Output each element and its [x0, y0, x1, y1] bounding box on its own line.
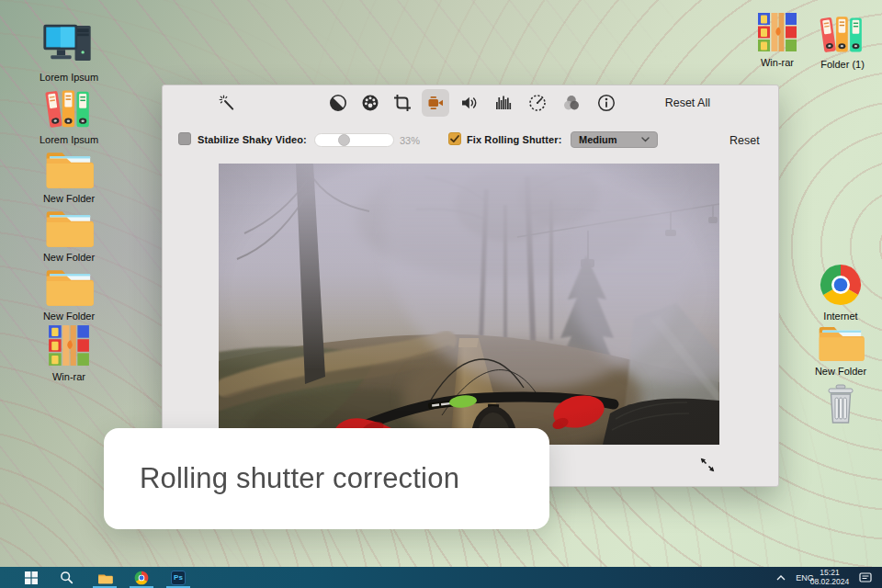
fullscreen-button[interactable] — [697, 455, 718, 475]
expand-arrows-icon — [698, 456, 717, 474]
toolbar-crop-button[interactable] — [389, 89, 416, 117]
taskbar-chrome-button[interactable] — [130, 567, 153, 588]
windows-logo-icon — [25, 571, 38, 584]
toolbar-enhance-button[interactable] — [213, 89, 241, 117]
search-icon — [60, 571, 74, 584]
desktop-icon-new-folder-right[interactable]: New Folder — [799, 323, 882, 377]
rolling-shutter-select[interactable]: Medium — [571, 131, 658, 148]
desktop-icon-folder-1-binders[interactable]: Folder (1) — [805, 15, 880, 70]
icon-label: New Folder — [43, 193, 95, 204]
desktop-icon-folder-3[interactable]: New Folder — [27, 266, 111, 322]
folder-icon — [43, 208, 95, 248]
selected-option: Medium — [579, 134, 617, 145]
desktop-icon-computer[interactable]: Lorem Ipsum — [27, 22, 111, 83]
taskbar-explorer-button[interactable] — [94, 567, 116, 588]
caption-text: Rolling shutter correction — [104, 462, 459, 495]
reset-button[interactable]: Reset — [729, 134, 760, 147]
toolbar-video-camera-button[interactable] — [422, 89, 449, 117]
stabilize-label: Stabilize Shaky Video: — [198, 134, 307, 145]
taskbar-search-button[interactable] — [57, 567, 75, 588]
winrar-icon — [46, 323, 92, 368]
toolbar-color-circles-button[interactable] — [558, 89, 585, 117]
winrar-icon — [755, 11, 799, 53]
video-preview[interactable] — [219, 164, 719, 445]
desktop-icon-binders[interactable]: Lorem Ipsum — [27, 88, 111, 145]
reset-all-button[interactable]: Reset All — [640, 96, 710, 109]
icon-label: Lorem Ipsum — [40, 134, 98, 145]
volume-icon — [459, 93, 480, 113]
notification-icon — [859, 572, 872, 583]
crop-icon — [392, 93, 413, 113]
icon-label: New Folder — [43, 311, 95, 322]
histogram-icon — [493, 93, 514, 113]
speed-gauge-icon — [527, 93, 548, 113]
icon-label: New Folder — [43, 252, 95, 263]
stabilize-value: 33% — [400, 135, 420, 146]
icon-label: Lorem Ipsum — [40, 72, 98, 83]
slider-thumb[interactable] — [338, 134, 350, 146]
desktop-icon-internet[interactable]: Internet — [799, 263, 882, 322]
binders-icon — [44, 88, 94, 130]
magic-wand-icon — [217, 93, 237, 113]
toolbar-color-button[interactable] — [356, 89, 384, 117]
notification-center-button[interactable] — [856, 567, 875, 588]
toolbar-contrast-button[interactable] — [324, 89, 352, 117]
desktop-icon-folder-2[interactable]: New Folder — [27, 208, 111, 263]
clock[interactable]: 15:21 08.02.2024 — [803, 569, 856, 586]
stabilize-slider[interactable] — [314, 133, 394, 147]
icon-label: Win-rar — [761, 57, 794, 68]
icon-label: Win-rar — [52, 371, 85, 382]
check-icon — [450, 135, 459, 143]
caption-card: Rolling shutter correction — [104, 428, 549, 529]
desktop-icon-winrar[interactable]: Win-rar — [27, 323, 111, 382]
toolbar-volume-button[interactable] — [456, 89, 483, 117]
desktop-icon-trash[interactable] — [808, 384, 873, 424]
color-circles-icon — [561, 93, 582, 113]
chrome-icon — [819, 263, 863, 307]
video-frame — [219, 164, 719, 445]
folder-icon — [97, 571, 113, 584]
video-editor-window: Reset All Stabilize Shaky Video: 33% Fix… — [162, 85, 779, 487]
toolbar-speed-button[interactable] — [524, 89, 551, 117]
chevron-down-icon — [641, 137, 650, 142]
folder-icon — [43, 266, 95, 307]
rolling-shutter-checkbox[interactable] — [448, 132, 461, 145]
chrome-icon — [134, 571, 149, 585]
desktop-icon-folder-1[interactable]: New Folder — [27, 149, 111, 204]
toolbar-info-button[interactable] — [593, 89, 620, 117]
chevron-up-icon — [776, 575, 786, 581]
computer-icon — [42, 22, 96, 68]
icon-label: Folder (1) — [820, 59, 865, 70]
folder-icon — [816, 323, 865, 362]
contrast-icon — [328, 93, 348, 113]
binders-icon — [819, 15, 866, 55]
desktop: Lorem Ipsum Lorem Ipsum New Folder — [0, 0, 882, 588]
stabilize-checkbox[interactable] — [178, 132, 191, 145]
trash-icon — [823, 384, 858, 424]
rolling-shutter-label: Fix Rolling Shutter: — [467, 134, 561, 145]
tray-chevron-button[interactable] — [774, 567, 788, 588]
start-button[interactable] — [22, 567, 40, 588]
taskbar-photoshop-button[interactable]: Ps — [167, 567, 189, 588]
color-wheel-icon — [360, 93, 380, 113]
video-camera-icon — [425, 93, 446, 113]
icon-label: New Folder — [815, 366, 866, 377]
date: 08.02.2024 — [803, 578, 856, 587]
folder-icon — [43, 149, 95, 189]
info-icon — [596, 93, 616, 113]
toolbar-histogram-button[interactable] — [490, 89, 517, 117]
photoshop-icon: Ps — [171, 571, 186, 585]
taskbar: Ps ENG 15:21 08.02.2024 — [0, 567, 882, 588]
icon-label: Internet — [823, 311, 857, 322]
